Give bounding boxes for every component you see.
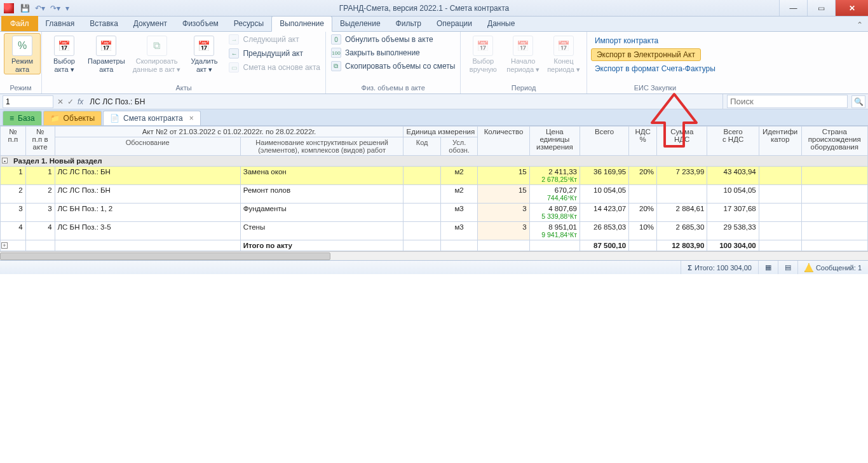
status-bar: ΣИтого: 100 304,00 ▦ ▤ Сообщений: 1: [0, 260, 868, 274]
manual-icon: 📅: [473, 36, 493, 56]
hundred-icon: 100: [331, 48, 341, 58]
tab-resources[interactable]: Ресурсы: [226, 17, 271, 31]
col-unit[interactable]: Единица измерения: [403, 127, 478, 137]
reset-volumes-button[interactable]: 0Обнулить объемы в акте: [330, 33, 456, 46]
pstart-icon: 📅: [513, 36, 533, 56]
fx-icon[interactable]: fx: [78, 97, 83, 106]
ribbon-collapse-icon[interactable]: ⌃: [851, 18, 868, 31]
status-messages[interactable]: Сообщений: 1: [797, 261, 868, 274]
formula-value[interactable]: ЛС ЛС Поз.: БН: [87, 96, 719, 107]
table-row[interactable]: 33ЛС БН Поз.: 1, 2Фундаментым334 807,695…: [1, 204, 868, 222]
close-button[interactable]: ✕: [835, 0, 868, 16]
next-act-button[interactable]: →Следующий акт: [227, 33, 322, 46]
warning-icon: [804, 263, 813, 272]
cancel-formula-icon[interactable]: ✕: [57, 97, 64, 106]
maximize-button[interactable]: ▭: [807, 0, 835, 16]
prev-act-button[interactable]: ←Предыдущий акт: [227, 47, 322, 60]
arrow-left-icon: ←: [229, 48, 239, 59]
pick-act-button[interactable]: 📅Выбор акта ▾: [46, 33, 83, 74]
tab-main[interactable]: Главная: [38, 17, 83, 31]
col-obos[interactable]: Обоснование: [55, 137, 240, 156]
ws-tab-document[interactable]: 📄Смета контракта×: [103, 111, 201, 125]
accept-formula-icon[interactable]: ✓: [67, 97, 74, 106]
col-country[interactable]: Страна происхождения оборудования: [801, 127, 867, 156]
titlebar: 💾 ↶▾ ↷▾ ▾ ГРАНД-Смета, версия 2022.1 - С…: [0, 0, 868, 17]
qa-save-icon[interactable]: 💾: [20, 4, 30, 13]
export-electron-act-button[interactable]: Экспорт в Электронный Акт: [591, 48, 701, 61]
copy-volumes-button[interactable]: ⧉Скопировать объемы со сметы: [330, 60, 456, 73]
col-npp[interactable]: № п.п: [1, 127, 26, 156]
delete-act-button[interactable]: 📅Удалить акт ▾: [186, 33, 222, 74]
ribbon: % Режим акта Режим 📅Выбор акта ▾ 📅Параме…: [0, 32, 868, 94]
tab-document[interactable]: Документ: [126, 17, 175, 31]
status-view2[interactable]: ▤: [778, 261, 797, 274]
close-tab-icon[interactable]: ×: [189, 114, 194, 123]
col-sum-nds[interactable]: Сумма НДС: [657, 127, 707, 156]
folder-icon: 📁: [50, 114, 60, 123]
estimate-from-act-button[interactable]: ▭Смета на основе акта: [227, 61, 322, 74]
delete-cal-icon: 📅: [194, 36, 214, 56]
import-contract-button[interactable]: Импорт контракта: [591, 34, 662, 47]
tab-file[interactable]: Файл: [1, 16, 38, 31]
period-end-button[interactable]: 📅Конец периода ▾: [545, 33, 583, 74]
col-act-header[interactable]: Акт №2 от 21.03.2022 с 01.02.2022г. по 2…: [55, 127, 403, 137]
grid[interactable]: № п.п № п.п в акте Акт №2 от 21.03.2022 …: [0, 126, 868, 251]
tab-insert[interactable]: Вставка: [82, 17, 126, 31]
col-price[interactable]: Цена единицы измерения: [529, 127, 580, 156]
group-mode-label: Режим: [4, 83, 37, 93]
table-row[interactable]: 11ЛС ЛС Поз.: БНЗамена оконм2152 411,332…: [1, 167, 868, 185]
scroll-thumb[interactable]: [0, 252, 330, 260]
quick-access: 💾 ↶▾ ↷▾ ▾: [20, 4, 69, 13]
col-nds[interactable]: НДС %: [629, 127, 657, 156]
sigma-icon: Σ: [688, 264, 692, 272]
group-fiz-label: Физ. объемы в акте: [330, 83, 456, 93]
totals-row: Итого по акту87 500,1012 803,90100 304,0…: [1, 240, 868, 251]
copy-icon: ⧉: [147, 36, 167, 56]
workspace-tabs: ≡База 📁Объекты 📄Смета контракта×: [0, 109, 868, 126]
table-row[interactable]: 22ЛС ЛС Поз.: БНРемонт половм215670,2774…: [1, 185, 868, 204]
h-scrollbar[interactable]: [0, 251, 868, 260]
copy-to-act-button[interactable]: ⧉Скопировать данные в акт ▾: [130, 33, 184, 74]
minimize-button[interactable]: —: [779, 0, 807, 16]
percent-icon: %: [12, 36, 32, 56]
manual-pick-button[interactable]: 📅Выбор вручную: [465, 33, 501, 74]
qa-undo-icon[interactable]: ↶▾: [35, 4, 45, 13]
col-total[interactable]: Всего: [580, 127, 629, 156]
col-ident[interactable]: Идентифи катор: [759, 127, 801, 156]
tab-selection[interactable]: Выделение: [332, 17, 388, 31]
name-box[interactable]: [3, 95, 53, 108]
status-view1[interactable]: ▦: [758, 261, 778, 274]
qa-dropdown-icon[interactable]: ▾: [65, 4, 69, 13]
tab-operations[interactable]: Операции: [429, 17, 480, 31]
qa-redo-icon[interactable]: ↷▾: [50, 4, 60, 13]
tab-execution[interactable]: Выполнение: [271, 16, 332, 32]
tab-data[interactable]: Данные: [480, 17, 522, 31]
col-uo[interactable]: Усл. обозн.: [440, 137, 477, 156]
ws-tab-base[interactable]: ≡База: [3, 111, 42, 125]
group-acts-label: Акты: [46, 83, 322, 93]
ws-tab-objects[interactable]: 📁Объекты: [43, 111, 102, 125]
group-eis-label: ЕИС Закупки: [591, 83, 719, 93]
section-row[interactable]: -Раздел 1. Новый раздел: [1, 156, 868, 167]
col-name[interactable]: Наименование конструктивных решений (эле…: [240, 137, 403, 156]
doc-icon: ▭: [229, 62, 239, 73]
tab-fizobem[interactable]: Физобъем: [175, 17, 226, 31]
app-icon: [4, 3, 14, 13]
pend-icon: 📅: [553, 36, 574, 56]
col-npp-act[interactable]: № п.п в акте: [25, 127, 55, 156]
search-button[interactable]: 🔍: [851, 95, 865, 108]
data-table: № п.п № п.п в акте Акт №2 от 21.03.2022 …: [0, 126, 868, 251]
table-row[interactable]: 44ЛС БН Поз.: 3-5Стеным338 951,019 941,8…: [1, 222, 868, 240]
col-qty[interactable]: Количество: [478, 127, 529, 156]
act-params-button[interactable]: 📅Параметры акта: [85, 33, 128, 74]
export-sf-button[interactable]: Экспорт в формат Счета-Фактуры: [591, 62, 719, 75]
db-icon: ≡: [10, 114, 14, 123]
close-exec-button[interactable]: 100Закрыть выполнение: [330, 46, 456, 59]
search-input[interactable]: [727, 95, 848, 108]
mode-act-button[interactable]: % Режим акта: [4, 33, 41, 74]
expand-icon[interactable]: +: [1, 242, 8, 249]
col-total-nds[interactable]: Всего с НДС: [707, 127, 759, 156]
tab-filter[interactable]: Фильтр: [388, 17, 429, 31]
period-start-button[interactable]: 📅Начало периода ▾: [504, 33, 542, 74]
col-kod[interactable]: Код: [403, 137, 440, 156]
